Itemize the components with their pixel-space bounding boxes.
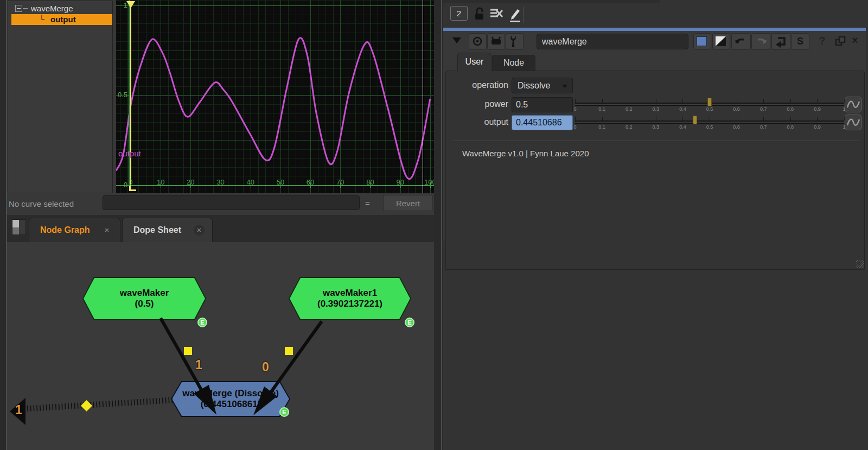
- plugin-credit-label: WaveMerge v1.0 | Fynn Laue 2020: [462, 149, 589, 158]
- slider-tick-label: 0.7: [760, 124, 767, 130]
- slider-handle[interactable]: [693, 116, 697, 124]
- user-tab-content: operation Dissolve power 00.10.20.30.40.…: [445, 71, 865, 270]
- tab-close-icon[interactable]: ×: [101, 225, 112, 236]
- tree-item-wavemerge[interactable]: waveMerge: [8, 3, 112, 14]
- toolbar-separator: [523, 7, 524, 23]
- slider-tick-label: 0.6: [733, 106, 740, 112]
- tree-expand-toggle[interactable]: [15, 5, 22, 12]
- slider-track[interactable]: [575, 121, 844, 124]
- curve-graph-canvas[interactable]: 10.50 0102030405060708090100 output: [116, 0, 434, 194]
- expression-bar: No curve selected = Revert: [7, 193, 434, 215]
- playhead-line[interactable]: [130, 7, 131, 186]
- slider-tick: [790, 99, 791, 103]
- external-input-label: 1: [15, 403, 22, 417]
- y-axis-tick-label: 0.5: [116, 91, 127, 99]
- operation-dropdown[interactable]: Dissolve: [512, 78, 573, 93]
- wire-keyframe-marker[interactable]: [184, 347, 192, 355]
- x-axis-tick: [430, 182, 431, 188]
- playhead-handle[interactable]: [126, 1, 135, 8]
- slider-tick-label: 0.8: [787, 106, 794, 112]
- node-color-bar: [443, 28, 866, 31]
- divider: [453, 141, 859, 141]
- power-label: power: [449, 99, 508, 109]
- slider-tick: [763, 99, 764, 103]
- output-slider[interactable]: 00.10.20.30.40.50.60.70.80.91: [575, 115, 844, 130]
- x-axis-tick: [251, 182, 251, 188]
- panel-count-box[interactable]: 2: [450, 6, 468, 21]
- close-panel-icon[interactable]: ×: [852, 34, 858, 47]
- slider-tick: [629, 99, 629, 103]
- wire-keyframe-marker[interactable]: [285, 347, 293, 355]
- x-axis-tick: [221, 182, 221, 188]
- edit-pencil-icon[interactable]: [507, 7, 521, 22]
- tab-node-graph[interactable]: Node Graph ×: [29, 218, 120, 242]
- power-input[interactable]: [512, 97, 573, 112]
- node-name-input[interactable]: [537, 34, 688, 49]
- slider-tick: [817, 99, 818, 103]
- panel-resize-grip[interactable]: [856, 260, 864, 268]
- slider-tick: [763, 117, 764, 121]
- expression-input[interactable]: [103, 195, 360, 210]
- tree-branch-icon: └: [39, 14, 44, 24]
- x-axis-tick: [340, 182, 341, 188]
- curve-editor-pane: waveMerge └ output 10.50 010203040506070…: [7, 0, 434, 215]
- slider-tick-label: 0.2: [626, 124, 633, 130]
- curve-path[interactable]: [116, 38, 430, 179]
- collapse-panel-icon[interactable]: [452, 37, 461, 43]
- output-animation-curve-button[interactable]: [845, 115, 861, 130]
- slider-tick: [682, 99, 683, 103]
- slider-tick: [656, 99, 656, 103]
- properties-pane: 2: [443, 0, 868, 450]
- curve-tree-panel: waveMerge └ output: [8, 1, 113, 193]
- tab-user[interactable]: User: [457, 53, 492, 71]
- slider-tick: [737, 99, 737, 103]
- x-axis-tick: [310, 182, 311, 188]
- slider-tick: [790, 117, 791, 121]
- output-input[interactable]: [512, 115, 573, 130]
- tab-close-icon[interactable]: ×: [194, 225, 205, 236]
- tab-node[interactable]: Node: [492, 55, 535, 71]
- revert-button[interactable]: Revert: [383, 195, 433, 211]
- equals-label: =: [365, 199, 370, 208]
- slider-tick-label: 0.7: [760, 106, 767, 112]
- node-graph-canvas[interactable]: waveMaker (0.5) E waveMaker1 (0.39021372…: [7, 242, 434, 450]
- close-all-panels-icon[interactable]: [489, 7, 505, 20]
- slider-tick: [575, 117, 576, 121]
- slider-tick-label: 0.9: [814, 106, 821, 112]
- undo-button[interactable]: [731, 33, 751, 50]
- gl-color-button[interactable]: [712, 33, 730, 50]
- x-axis-tick: [280, 182, 281, 188]
- slider-handle[interactable]: [707, 98, 712, 106]
- node-connections: [7, 242, 434, 450]
- center-node-button[interactable]: [469, 33, 487, 50]
- script-button[interactable]: S: [791, 33, 809, 50]
- bottom-pane-tabbar: Node Graph × Dope Sheet ×: [7, 215, 434, 242]
- node-tile-color-button[interactable]: [693, 33, 711, 50]
- slider-tick-label: 0.3: [653, 106, 660, 112]
- node-properties-panel: S ? × User Node operation Dissolve power: [443, 28, 866, 242]
- x-axis-tick: [400, 182, 401, 188]
- slider-tick-label: 0.5: [706, 106, 713, 112]
- slider-tick-label: 0.4: [679, 124, 686, 130]
- left-gutter: [0, 0, 6, 450]
- tree-item-output[interactable]: └ output: [11, 14, 112, 25]
- lock-icon[interactable]: [474, 7, 486, 21]
- slider-tick: [682, 117, 683, 121]
- slider-tick-label: 0.2: [626, 106, 633, 112]
- help-icon[interactable]: ?: [819, 34, 826, 47]
- pane-menu-icon[interactable]: [12, 219, 26, 235]
- output-curve: [116, 0, 434, 194]
- monitor-icon-button[interactable]: [487, 33, 505, 50]
- expression-link-wire[interactable]: [25, 400, 173, 409]
- tree-item-label[interactable]: waveMerge: [31, 3, 73, 14]
- tree-item-label[interactable]: output: [50, 14, 76, 25]
- slider-tick-label: 0.4: [679, 106, 686, 112]
- power-animation-curve-button[interactable]: [845, 97, 861, 112]
- revert-node-button[interactable]: [771, 33, 790, 50]
- redo-button[interactable]: [751, 33, 770, 50]
- float-panel-icon[interactable]: [834, 35, 846, 47]
- power-slider[interactable]: 00.10.20.30.40.50.60.70.80.91: [575, 97, 844, 112]
- tab-dope-sheet[interactable]: Dope Sheet ×: [122, 218, 213, 242]
- slider-tick: [656, 117, 656, 121]
- wrench-icon-button[interactable]: [506, 33, 524, 50]
